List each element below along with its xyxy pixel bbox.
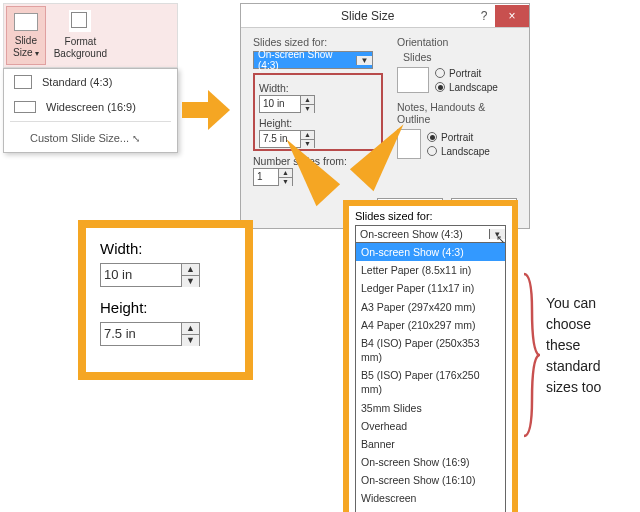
spin-up-icon[interactable]: ▲ bbox=[182, 323, 199, 335]
sized-for-combo[interactable]: On-screen Show (4:3) ▼ bbox=[253, 51, 373, 69]
list-item[interactable]: A4 Paper (210x297 mm) bbox=[356, 316, 505, 334]
list-item[interactable]: Banner bbox=[356, 435, 505, 453]
size-options-list: On-screen Show (4:3) Letter Paper (8.5x1… bbox=[355, 243, 506, 512]
format-bg-label-1: Format bbox=[65, 36, 97, 47]
slide-size-label-1: Slide bbox=[15, 35, 37, 46]
chevron-down-icon: ▾ bbox=[32, 49, 38, 58]
close-button[interactable]: × bbox=[495, 5, 529, 27]
list-item[interactable]: On-screen Show (16:9) bbox=[356, 453, 505, 471]
width-label: Width: bbox=[259, 82, 377, 94]
menu-custom-label: Custom Slide Size... bbox=[30, 132, 129, 144]
chevron-down-icon[interactable]: ▾↖ bbox=[489, 229, 505, 239]
aspect-169-icon bbox=[14, 101, 36, 113]
slides-orient-label: Slides bbox=[403, 51, 517, 63]
sized-for-value: On-screen Show (4:3) bbox=[254, 49, 356, 71]
width-spinner[interactable]: 10 in ▲▼ bbox=[259, 95, 315, 113]
dialog-title: Slide Size bbox=[341, 9, 394, 23]
height-label: Height: bbox=[259, 117, 377, 129]
format-background-icon bbox=[69, 10, 91, 32]
menu-standard-label: Standard (4:3) bbox=[42, 76, 112, 88]
spin-up-icon[interactable]: ▲ bbox=[301, 96, 314, 105]
menu-standard-43[interactable]: Standard (4:3) bbox=[4, 69, 177, 95]
list-item[interactable]: B4 (ISO) Paper (250x353 mm) bbox=[356, 334, 505, 366]
zoom-width-value: 10 in bbox=[101, 264, 181, 286]
menu-widescreen-169[interactable]: Widescreen (16:9) bbox=[4, 95, 177, 119]
list-item[interactable]: On-screen Show (16:10) bbox=[356, 471, 505, 489]
orientation-label: Orientation bbox=[397, 36, 517, 48]
notes-landscape-radio[interactable]: Landscape bbox=[427, 146, 490, 157]
slide-size-dialog: Slide Size ? × Slides sized for: On-scre… bbox=[240, 3, 530, 229]
list-item[interactable]: Overhead bbox=[356, 417, 505, 435]
notes-portrait-radio[interactable]: Portrait bbox=[427, 132, 490, 143]
notes-orient-label: Notes, Handouts & Outline bbox=[397, 101, 517, 125]
zoom-width-label: Width: bbox=[100, 240, 231, 257]
orientation-thumb-icon bbox=[397, 67, 429, 93]
zoom-width-spinner[interactable]: 10 in ▲▼ bbox=[100, 263, 200, 287]
slide-size-button[interactable]: Slide Size ▾ bbox=[6, 6, 46, 65]
brace-icon bbox=[522, 270, 540, 440]
list-combo[interactable]: On-screen Show (4:3) ▾↖ bbox=[355, 225, 506, 243]
width-height-callout: Width: 10 in ▲▼ Height: 7.5 in ▲▼ bbox=[78, 220, 253, 380]
list-item[interactable]: Custom bbox=[356, 508, 505, 512]
sized-for-label: Slides sized for: bbox=[253, 36, 383, 48]
spin-down-icon[interactable]: ▼ bbox=[182, 335, 199, 346]
zoom-height-spinner[interactable]: 7.5 in ▲▼ bbox=[100, 322, 200, 346]
slide-size-icon bbox=[14, 13, 38, 31]
format-background-button[interactable]: Format Background bbox=[48, 4, 113, 67]
cursor-icon: ⤡ bbox=[132, 133, 140, 144]
flow-arrow bbox=[182, 90, 232, 130]
list-item[interactable]: Ledger Paper (11x17 in) bbox=[356, 279, 505, 297]
slide-size-label-2: Size bbox=[13, 47, 32, 58]
list-combo-value: On-screen Show (4:3) bbox=[356, 228, 489, 240]
zoom-height-value: 7.5 in bbox=[101, 323, 181, 345]
list-item[interactable]: A3 Paper (297x420 mm) bbox=[356, 298, 505, 316]
dialog-titlebar: Slide Size ? × bbox=[241, 4, 529, 28]
list-item[interactable]: Letter Paper (8.5x11 in) bbox=[356, 261, 505, 279]
width-value: 10 in bbox=[260, 96, 300, 112]
spin-down-icon[interactable]: ▼ bbox=[182, 276, 199, 287]
slide-size-menu: Standard (4:3) Widescreen (16:9) Custom … bbox=[3, 68, 178, 153]
chevron-down-icon[interactable]: ▼ bbox=[356, 56, 372, 65]
list-item[interactable]: On-screen Show (4:3) bbox=[356, 243, 505, 261]
format-bg-label-2: Background bbox=[54, 48, 107, 59]
menu-widescreen-label: Widescreen (16:9) bbox=[46, 101, 136, 113]
menu-separator bbox=[10, 121, 171, 122]
aspect-43-icon bbox=[14, 75, 32, 89]
spin-up-icon[interactable]: ▲ bbox=[301, 131, 314, 140]
list-item[interactable]: 35mm Slides bbox=[356, 399, 505, 417]
zoom-height-label: Height: bbox=[100, 299, 231, 316]
spin-up-icon[interactable]: ▲ bbox=[182, 264, 199, 276]
slides-landscape-radio[interactable]: Landscape bbox=[435, 82, 498, 93]
annotation-caption: You can choose these standard sizes too bbox=[546, 293, 601, 398]
sized-for-list-callout: Slides sized for: On-screen Show (4:3) ▾… bbox=[343, 200, 518, 512]
slides-portrait-radio[interactable]: Portrait bbox=[435, 68, 498, 79]
width-height-highlight: Width: 10 in ▲▼ Height: 7.5 in ▲▼ bbox=[253, 73, 383, 151]
spin-down-icon[interactable]: ▼ bbox=[301, 140, 314, 148]
design-ribbon: Slide Size ▾ Format Background bbox=[3, 3, 178, 68]
list-item[interactable]: B5 (ISO) Paper (176x250 mm) bbox=[356, 366, 505, 398]
list-item[interactable]: Widescreen bbox=[356, 489, 505, 507]
list-label: Slides sized for: bbox=[355, 210, 506, 222]
menu-custom-size[interactable]: Custom Slide Size... ⤡ bbox=[4, 124, 177, 152]
spin-down-icon[interactable]: ▼ bbox=[301, 105, 314, 113]
help-button[interactable]: ? bbox=[473, 9, 495, 23]
